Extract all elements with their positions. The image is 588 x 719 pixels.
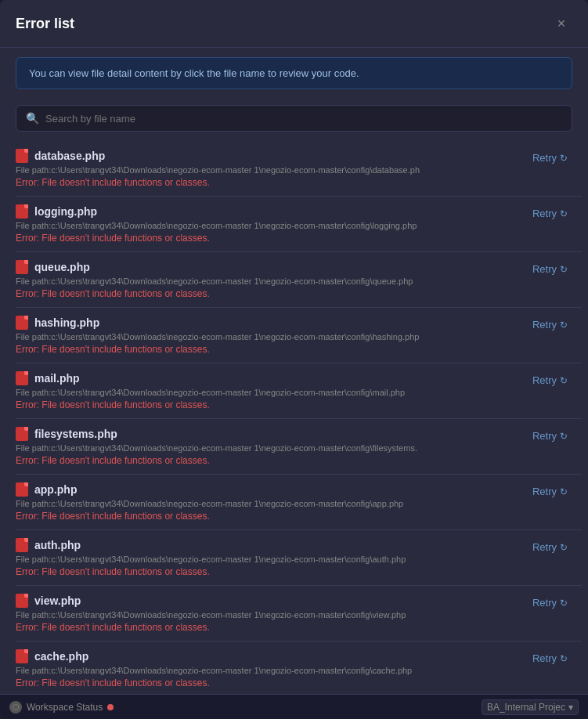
- retry-button[interactable]: Retry ↺: [528, 317, 572, 332]
- info-bar: You can view file detail content by clic…: [16, 57, 572, 89]
- file-icon: [16, 649, 28, 663]
- list-item: database.php File path:c:\Users\trangvt3…: [16, 141, 582, 197]
- file-name[interactable]: queue.php: [34, 261, 90, 273]
- file-icon: [16, 371, 28, 385]
- retry-icon: ↺: [560, 486, 568, 497]
- status-bar: ⬡ Workspace Status BA_Internal Projec ▾: [0, 694, 588, 719]
- retry-icon: ↺: [560, 153, 568, 164]
- file-icon: [16, 204, 28, 219]
- file-item-header: mail.php: [16, 371, 582, 385]
- file-error: Error: File doesn't include functions or…: [16, 622, 582, 633]
- list-item: logging.php File path:c:\Users\trangvt34…: [16, 197, 582, 252]
- retry-button[interactable]: Retry ↺: [528, 373, 572, 388]
- file-name[interactable]: view.php: [34, 594, 81, 607]
- list-item: hashing.php File path:c:\Users\trangvt34…: [16, 308, 582, 363]
- file-path: File path:c:\Users\trangvt34\Downloads\n…: [16, 666, 582, 675]
- list-item: app.php File path:c:\Users\trangvt34\Dow…: [16, 475, 582, 530]
- file-item-header: cache.php: [16, 649, 582, 663]
- list-item: queue.php File path:c:\Users\trangvt34\D…: [16, 252, 582, 308]
- search-icon: 🔍: [26, 112, 39, 125]
- retry-button[interactable]: Retry ↺: [528, 206, 572, 221]
- retry-icon: ↺: [560, 264, 568, 275]
- list-item: auth.php File path:c:\Users\trangvt34\Do…: [16, 530, 582, 586]
- list-item: view.php File path:c:\Users\trangvt34\Do…: [16, 586, 582, 641]
- file-path: File path:c:\Users\trangvt34\Downloads\n…: [16, 276, 582, 286]
- file-icon: [16, 427, 28, 441]
- file-icon: [16, 316, 28, 330]
- file-item-header: app.php: [16, 482, 582, 497]
- file-path: File path:c:\Users\trangvt34\Downloads\n…: [16, 221, 582, 230]
- file-icon: [16, 149, 28, 163]
- retry-button[interactable]: Retry ↺: [528, 540, 572, 555]
- file-name[interactable]: database.php: [34, 150, 105, 162]
- file-path: File path:c:\Users\trangvt34\Downloads\n…: [16, 332, 582, 341]
- workspace-icon: ⬡: [9, 701, 22, 714]
- file-path: File path:c:\Users\trangvt34\Downloads\n…: [16, 165, 582, 175]
- retry-icon: ↺: [560, 653, 568, 664]
- retry-icon: ↺: [560, 431, 568, 442]
- file-error: Error: File doesn't include functions or…: [16, 511, 582, 522]
- workspace-status-label: Workspace Status: [27, 702, 103, 713]
- file-item-header: filesystems.php: [16, 427, 582, 441]
- file-item-header: view.php: [16, 594, 582, 608]
- search-input[interactable]: [45, 113, 562, 125]
- file-item-header: logging.php: [16, 204, 582, 219]
- retry-button[interactable]: Retry ↺: [528, 651, 572, 666]
- file-path: File path:c:\Users\trangvt34\Downloads\n…: [16, 388, 582, 397]
- file-name[interactable]: cache.php: [34, 650, 88, 663]
- modal-header: Error list ×: [0, 0, 588, 48]
- retry-button[interactable]: Retry ↺: [528, 262, 572, 276]
- file-name[interactable]: logging.php: [34, 205, 97, 218]
- file-name[interactable]: mail.php: [34, 372, 80, 385]
- file-name[interactable]: auth.php: [34, 539, 81, 551]
- file-name[interactable]: filesystems.php: [34, 428, 117, 440]
- search-container: 🔍: [16, 105, 572, 132]
- modal-title: Error list: [16, 16, 74, 32]
- retry-icon: ↺: [560, 208, 568, 219]
- file-list: database.php File path:c:\Users\trangvt3…: [0, 141, 588, 694]
- project-selector[interactable]: BA_Internal Projec ▾: [482, 699, 579, 715]
- workspace-status: ⬡ Workspace Status: [9, 701, 114, 714]
- file-icon: [16, 482, 28, 497]
- file-error: Error: File doesn't include functions or…: [16, 177, 582, 188]
- retry-icon: ↺: [560, 320, 568, 331]
- file-item-header: queue.php: [16, 260, 582, 274]
- modal-container: Error list × You can view file detail co…: [0, 0, 588, 719]
- file-error: Error: File doesn't include functions or…: [16, 233, 582, 244]
- retry-button[interactable]: Retry ↺: [528, 595, 572, 610]
- file-error: Error: File doesn't include functions or…: [16, 344, 582, 355]
- file-name[interactable]: hashing.php: [34, 316, 99, 329]
- file-icon: [16, 594, 28, 608]
- retry-icon: ↺: [560, 598, 568, 609]
- close-button[interactable]: ×: [550, 13, 572, 34]
- file-path: File path:c:\Users\trangvt34\Downloads\n…: [16, 610, 582, 620]
- project-label: BA_Internal Projec: [487, 702, 565, 713]
- retry-icon: ↺: [560, 375, 568, 386]
- file-error: Error: File doesn't include functions or…: [16, 677, 582, 688]
- list-item: mail.php File path:c:\Users\trangvt34\Do…: [16, 363, 582, 419]
- file-error: Error: File doesn't include functions or…: [16, 566, 582, 577]
- retry-button[interactable]: Retry ↺: [528, 150, 572, 165]
- list-item: cache.php File path:c:\Users\trangvt34\D…: [16, 641, 582, 694]
- file-path: File path:c:\Users\trangvt34\Downloads\n…: [16, 555, 582, 564]
- status-dot-red: [107, 704, 114, 710]
- file-path: File path:c:\Users\trangvt34\Downloads\n…: [16, 499, 582, 508]
- file-item-header: database.php: [16, 149, 582, 163]
- retry-button[interactable]: Retry ↺: [528, 428, 572, 443]
- file-icon: [16, 538, 28, 552]
- file-icon: [16, 260, 28, 274]
- file-path: File path:c:\Users\trangvt34\Downloads\n…: [16, 443, 582, 453]
- chevron-down-icon: ▾: [568, 702, 573, 713]
- file-name[interactable]: app.php: [34, 483, 77, 496]
- file-item-header: auth.php: [16, 538, 582, 552]
- retry-button[interactable]: Retry ↺: [528, 484, 572, 499]
- list-item: filesystems.php File path:c:\Users\trang…: [16, 419, 582, 475]
- file-error: Error: File doesn't include functions or…: [16, 455, 582, 466]
- file-error: Error: File doesn't include functions or…: [16, 399, 582, 410]
- retry-icon: ↺: [560, 542, 568, 553]
- file-item-header: hashing.php: [16, 316, 582, 330]
- file-error: Error: File doesn't include functions or…: [16, 288, 582, 299]
